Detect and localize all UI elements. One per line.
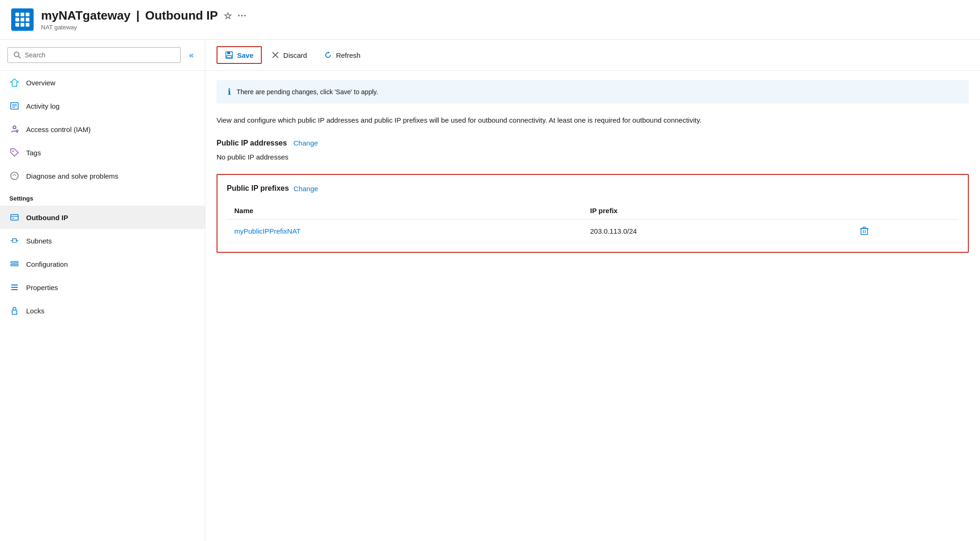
- main-layout: Search « Overview Activity log Access co…: [0, 40, 980, 541]
- search-bar: Search «: [0, 40, 205, 71]
- svg-line-1: [19, 56, 21, 59]
- svg-rect-12: [11, 215, 18, 220]
- save-icon: [225, 51, 233, 59]
- table-header-row: Name IP prefix: [227, 202, 959, 220]
- svg-rect-20: [12, 310, 17, 314]
- subnets-icon: [9, 236, 20, 246]
- sidebar-item-properties[interactable]: Properties: [0, 276, 205, 299]
- svg-rect-22: [227, 52, 230, 54]
- prefix-name-link[interactable]: myPublicIPPrefixNAT: [234, 227, 301, 235]
- search-input[interactable]: Search: [7, 47, 181, 63]
- svg-point-7: [13, 126, 16, 129]
- discard-label: Discard: [283, 51, 307, 59]
- save-button[interactable]: Save: [217, 46, 262, 64]
- sidebar-label-access-control: Access control (IAM): [26, 125, 91, 133]
- svg-point-10: [13, 151, 14, 152]
- cell-delete: [852, 220, 959, 243]
- col-header-name: Name: [227, 202, 582, 220]
- iam-icon: [9, 124, 20, 134]
- refresh-label: Refresh: [336, 51, 361, 59]
- info-message: There are pending changes, click 'Save' …: [237, 88, 378, 96]
- cell-name: myPublicIPPrefixNAT: [227, 220, 582, 243]
- sidebar-item-locks[interactable]: Locks: [0, 299, 205, 322]
- col-header-ip-prefix: IP prefix: [582, 202, 852, 220]
- section-name: Outbound IP: [145, 8, 218, 23]
- svg-point-0: [14, 52, 19, 57]
- svg-rect-15: [11, 262, 18, 263]
- public-ip-prefixes-section: Public IP prefixes Change Name IP prefix…: [217, 174, 969, 253]
- sidebar-item-access-control[interactable]: Access control (IAM): [0, 118, 205, 141]
- collapse-button[interactable]: «: [185, 49, 197, 62]
- sidebar-label-activity-log: Activity log: [26, 102, 60, 110]
- no-public-ip-text: No public IP addresses: [217, 153, 969, 161]
- prefixes-table: Name IP prefix myPublicIPPrefixNAT 203.0…: [227, 202, 959, 243]
- discard-button[interactable]: Discard: [264, 47, 315, 63]
- overview-icon: [9, 77, 20, 88]
- prefixes-header: Public IP prefixes Change: [227, 184, 959, 193]
- resource-name: myNATgateway: [41, 8, 131, 23]
- content-area: View and configure which public IP addre…: [205, 104, 980, 264]
- table-row: myPublicIPPrefixNAT 203.0.113.0/24: [227, 220, 959, 243]
- sidebar-label-configuration: Configuration: [26, 260, 68, 268]
- public-ip-title: Public IP addresses: [217, 139, 287, 147]
- description-text: View and configure which public IP addre…: [217, 115, 870, 126]
- tags-icon: [9, 147, 20, 158]
- prefixes-change-link[interactable]: Change: [294, 185, 318, 193]
- settings-section-header: Settings: [0, 187, 205, 206]
- sidebar-label-subnets: Subnets: [26, 237, 52, 245]
- sidebar-item-outbound-ip[interactable]: Outbound IP: [0, 206, 205, 229]
- sidebar-item-tags[interactable]: Tags: [0, 141, 205, 164]
- favorite-star-icon[interactable]: ☆: [224, 10, 232, 21]
- toolbar: Save Discard Refresh: [205, 40, 980, 71]
- svg-rect-23: [227, 55, 231, 58]
- resource-icon: [11, 8, 34, 31]
- sidebar-label-diagnose: Diagnose and solve problems: [26, 172, 119, 180]
- cell-ip-prefix: 203.0.113.0/24: [582, 220, 852, 243]
- info-bar: ℹ There are pending changes, click 'Save…: [217, 80, 969, 104]
- diagnose-icon: [9, 171, 20, 181]
- col-header-actions: [852, 202, 959, 220]
- svg-rect-27: [861, 229, 868, 235]
- sidebar-label-outbound-ip: Outbound IP: [26, 214, 68, 222]
- title-separator: |: [136, 8, 140, 23]
- page-header: myNATgateway | Outbound IP ☆ ··· NAT gat…: [0, 0, 980, 40]
- refresh-button[interactable]: Refresh: [316, 47, 368, 63]
- outbound-ip-icon: [9, 212, 20, 222]
- public-ip-section: Public IP addresses Change No public IP …: [217, 139, 969, 161]
- sidebar: Search « Overview Activity log Access co…: [0, 40, 205, 541]
- svg-rect-16: [11, 264, 18, 266]
- svg-marker-26: [328, 51, 330, 53]
- configuration-icon: [9, 259, 20, 269]
- resource-type-label: NAT gateway: [41, 24, 247, 31]
- sidebar-item-overview[interactable]: Overview: [0, 71, 205, 94]
- delete-icon[interactable]: [860, 226, 951, 236]
- sidebar-label-tags: Tags: [26, 149, 41, 157]
- more-options-icon[interactable]: ···: [238, 10, 247, 21]
- search-placeholder: Search: [25, 51, 45, 59]
- discard-icon: [271, 51, 280, 59]
- properties-icon: [9, 282, 20, 292]
- refresh-icon: [324, 51, 332, 59]
- prefixes-title: Public IP prefixes: [227, 184, 289, 193]
- svg-marker-2: [11, 79, 18, 86]
- save-label: Save: [237, 51, 253, 59]
- sidebar-item-activity-log[interactable]: Activity log: [0, 94, 205, 118]
- page-title: myNATgateway | Outbound IP ☆ ···: [41, 8, 247, 23]
- sidebar-label-locks: Locks: [26, 307, 44, 315]
- activity-log-icon: [9, 101, 20, 111]
- sidebar-item-configuration[interactable]: Configuration: [0, 252, 205, 276]
- search-icon: [14, 51, 21, 59]
- sidebar-item-diagnose[interactable]: Diagnose and solve problems: [0, 164, 205, 187]
- locks-icon: [9, 305, 20, 316]
- public-ip-change-link[interactable]: Change: [294, 139, 318, 147]
- svg-point-8: [16, 130, 18, 132]
- sidebar-label-properties: Properties: [26, 284, 58, 291]
- main-content: Save Discard Refresh ℹ There are pending…: [205, 40, 980, 541]
- info-icon: ℹ: [228, 87, 231, 97]
- svg-point-11: [11, 172, 18, 180]
- sidebar-item-subnets[interactable]: Subnets: [0, 229, 205, 252]
- header-text-block: myNATgateway | Outbound IP ☆ ··· NAT gat…: [41, 8, 247, 31]
- sidebar-label-overview: Overview: [26, 79, 56, 87]
